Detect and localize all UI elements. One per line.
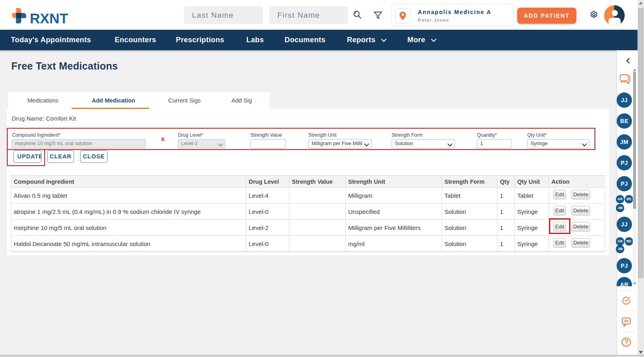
svg-text:RXNT: RXNT [30,10,68,24]
